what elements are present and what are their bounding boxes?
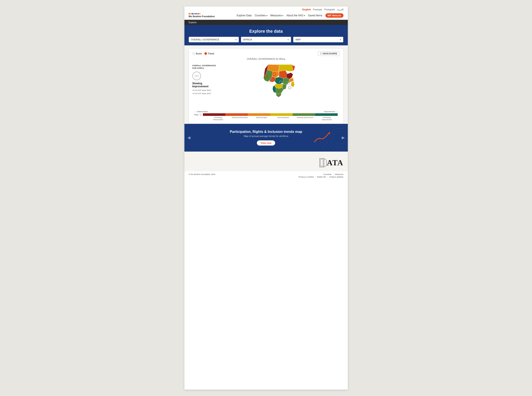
view-dropdown[interactable]: MAP ▾ xyxy=(293,37,343,42)
chevron-down-icon: ▾ xyxy=(288,39,289,41)
stripe-6 xyxy=(196,13,197,14)
footer-media-link[interactable]: Media info xyxy=(317,176,326,178)
legend-label-2: Slowing Deterioration xyxy=(229,116,251,121)
mif-website-button[interactable]: MIF Website xyxy=(325,13,343,18)
legend-seg-4 xyxy=(270,113,293,116)
stripe-7 xyxy=(198,13,199,14)
circle-annotation-5 xyxy=(289,87,291,89)
svg-rect-6 xyxy=(320,158,324,167)
legend-labels: IncreasingDeterioration Slowing Deterior… xyxy=(195,116,338,121)
pipe-2: | xyxy=(315,176,316,178)
footer-links: Countries | Measures Privacy & cookies |… xyxy=(299,173,343,178)
logo-stripes xyxy=(189,13,200,14)
legend-label-1: IncreasingDeterioration xyxy=(208,116,229,121)
footer-row-2: Privacy & cookies | Media info | Feature… xyxy=(299,176,343,178)
legend-seg-5 xyxy=(293,113,315,116)
pipe-1: | xyxy=(333,173,333,175)
breadcrumb: Explore xyxy=(185,20,348,25)
trend-stats: +0.12 AAT since 2012 +0.10 AAT since 201… xyxy=(192,89,218,95)
legend-bar-row: Key: i xyxy=(195,113,338,116)
legend-key: Key: i xyxy=(195,114,202,116)
score-radio[interactable]: Score xyxy=(192,52,202,55)
footer-privacy-link[interactable]: Privacy & cookies xyxy=(299,176,314,178)
lang-arabic[interactable]: العربية xyxy=(337,8,343,11)
legend-label-3: Warning Signs xyxy=(251,116,272,121)
save-share-label: SAVE/SHARE xyxy=(322,52,337,55)
lang-francais[interactable]: Français xyxy=(313,8,322,11)
save-share-button[interactable]: ⤴ SAVE/SHARE xyxy=(318,51,340,56)
nav-saved-items[interactable]: Saved Items xyxy=(308,14,322,17)
footer: © Mo Ibrahim Foundation 2024 Countries |… xyxy=(185,171,348,181)
region-dropdown[interactable]: AFRICA ▾ xyxy=(241,37,291,42)
score-radio-label: Score xyxy=(196,52,202,55)
trend-label: Slowing Improvement xyxy=(192,82,218,88)
content-area: Score Trend ⤴ SAVE/SHARE OVERALL GOVERNA… xyxy=(185,45,348,155)
data-logo: ATA xyxy=(319,158,343,168)
stripe-2 xyxy=(190,13,191,14)
stripe-3 xyxy=(192,13,193,14)
nav-about[interactable]: About the IIAG xyxy=(286,14,305,17)
legend-right-label: Improvement → xyxy=(324,111,337,113)
promo-next-button[interactable]: ▶ xyxy=(342,135,345,140)
nav-measures[interactable]: Measures xyxy=(270,14,283,17)
trend-radio[interactable]: Trend xyxy=(204,52,214,55)
chevron-down-icon: ▾ xyxy=(235,39,237,41)
africa-map-area[interactable] xyxy=(220,62,340,107)
promo-banner: ◀ Participation, Rights & Inclusion tren… xyxy=(185,124,348,151)
data-d-logo xyxy=(319,158,327,168)
nav-links: Explore Data Countries Measures About th… xyxy=(237,13,343,18)
legend-area: ← Deterioration Improvement → Key: i xyxy=(192,111,340,121)
pipe-3: | xyxy=(327,176,328,178)
score-radio-circle xyxy=(192,52,195,55)
info-icon[interactable]: i xyxy=(199,114,202,116)
legend-label-6: IncreasingImprovement xyxy=(316,116,338,121)
radio-group: Score Trend xyxy=(192,52,214,55)
legend-bar xyxy=(203,113,338,116)
sidebar-title: OVERALL GOVERNANCE FOR AFRICA xyxy=(192,64,218,70)
legend-seg-1 xyxy=(203,113,226,116)
footer-row-1: Countries | Measures xyxy=(299,173,343,175)
governance-value: OVERALL GOVERNANCE xyxy=(191,38,220,41)
legend-seg-6 xyxy=(315,113,338,116)
trend-icon xyxy=(192,72,201,80)
stripe-8 xyxy=(199,13,200,14)
data-footer: ATA xyxy=(185,155,348,171)
stripe-1 xyxy=(189,13,190,14)
legend-direction: ← Deterioration Improvement → xyxy=(195,111,338,113)
hero-title: Explore the data xyxy=(189,29,343,34)
trend-radio-circle xyxy=(204,52,207,55)
map-card: Score Trend ⤴ SAVE/SHARE OVERALL GOVERNA… xyxy=(189,48,343,124)
governance-dropdown[interactable]: OVERALL GOVERNANCE ▾ xyxy=(189,37,239,42)
trend-radio-label: Trend xyxy=(208,52,214,55)
copyright: © Mo Ibrahim Foundation 2024 xyxy=(189,173,215,175)
logo: Mo Ibrahim Foundation xyxy=(189,13,215,18)
map-sidebar: OVERALL GOVERNANCE FOR AFRICA Slowing Im… xyxy=(192,62,218,107)
footer-measures-link[interactable]: Measures xyxy=(335,173,343,175)
legend-left-label: ← Deterioration xyxy=(195,111,208,113)
filter-dropdowns: OVERALL GOVERNANCE ▾ AFRICA ▾ MAP ▾ xyxy=(189,37,343,42)
legend-seg-3 xyxy=(248,113,270,116)
promo-prev-button[interactable]: ◀ xyxy=(187,135,191,140)
legend-seg-2 xyxy=(225,113,248,116)
footer-countries-link[interactable]: Countries xyxy=(323,173,332,175)
svg-line-9 xyxy=(324,165,326,167)
region-value: AFRICA xyxy=(243,38,252,41)
svg-rect-7 xyxy=(320,159,323,166)
logo-text: Mo Ibrahim Foundation xyxy=(189,15,215,18)
share-icon: ⤴ xyxy=(320,52,322,55)
footer-feature-link[interactable]: Feature updates xyxy=(329,176,343,178)
map-content: OVERALL GOVERNANCE FOR AFRICA Slowing Im… xyxy=(192,62,340,107)
legend-key-label: Key: xyxy=(195,114,199,116)
view-value: MAP xyxy=(295,38,301,41)
legend-label-5: Slowing Improvement xyxy=(294,116,316,121)
chevron-down-icon: ▾ xyxy=(340,39,341,41)
lang-english[interactable]: English xyxy=(302,8,311,11)
data-logo-text: ATA xyxy=(327,158,343,167)
navigation-bar: Mo Ibrahim Foundation Explore Data Count… xyxy=(189,12,343,20)
hero-section: Explore the data OVERALL GOVERNANCE ▾ AF… xyxy=(185,25,348,45)
svg-point-1 xyxy=(330,128,348,147)
lang-portugues[interactable]: Português xyxy=(324,8,335,11)
nav-explore-data[interactable]: Explore Data xyxy=(237,14,251,17)
view-now-button[interactable]: View now xyxy=(257,140,275,146)
nav-countries[interactable]: Countries xyxy=(255,14,267,17)
